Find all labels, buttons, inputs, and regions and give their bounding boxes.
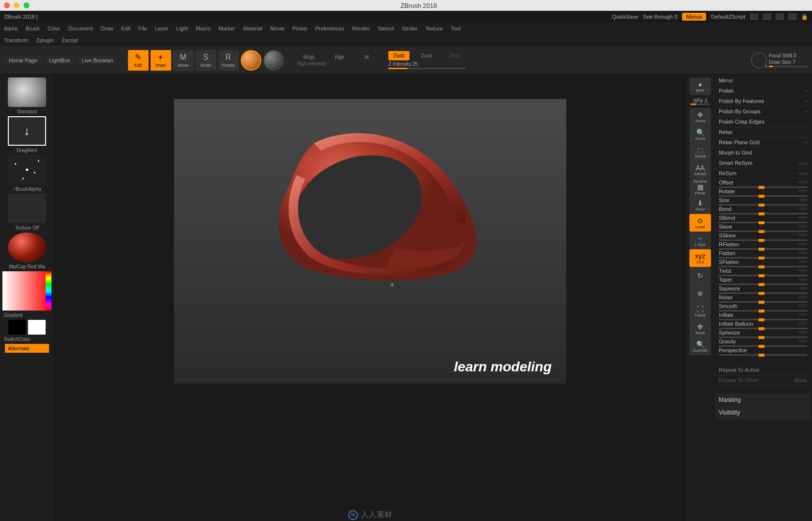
menu-light[interactable]: Light [176, 26, 188, 31]
polish-crisp-edges-item[interactable]: Polish Crisp Edges [715, 117, 811, 127]
draw-size-label[interactable]: Draw Size 7 [769, 59, 808, 65]
tool-button[interactable]: ↻ [689, 267, 711, 285]
twist-item[interactable]: Twistx y z [715, 267, 811, 276]
aahalf-button[interactable]: AAAAHalf [689, 161, 711, 179]
tool-button[interactable]: ⊕ [689, 285, 711, 302]
perspective-item[interactable]: Perspective [715, 346, 811, 355]
sbend-item[interactable]: SBendx y z [715, 214, 811, 223]
menu-alpha[interactable]: Alpha [4, 26, 18, 31]
menu-zscript[interactable]: Zscript [62, 37, 78, 43]
lightbox-button[interactable]: LightBox [44, 55, 75, 65]
inflate-balloon-item[interactable]: Inflate Balloonx y z [715, 320, 811, 329]
mirror-item[interactable]: Mirror [715, 76, 811, 86]
liveboolean-button[interactable]: Live Boolean [77, 55, 118, 65]
homepage-button[interactable]: Home Page [4, 55, 42, 65]
gizmo-3d-button[interactable] [241, 50, 261, 71]
brush-thumbnail[interactable] [8, 78, 46, 107]
menu-movie[interactable]: Movie [270, 26, 284, 31]
frame-button[interactable]: ⛶Frame [689, 302, 711, 320]
skew-item[interactable]: Skewx y z [715, 223, 811, 232]
zcut-mode[interactable]: Zcut [444, 53, 465, 58]
lock-icon[interactable]: 🔒 [801, 14, 808, 20]
menu-layer[interactable]: Layer [155, 26, 169, 31]
focal-shift-circle[interactable] [751, 52, 767, 68]
menu-texture[interactable]: Texture [425, 26, 443, 31]
menu-stroke[interactable]: Stroke [402, 26, 417, 31]
zoom-button[interactable]: 🔍Zoom [689, 126, 711, 143]
actual-button[interactable]: ⬚Actual [689, 143, 711, 161]
visibility-section[interactable]: Visibility [715, 406, 811, 419]
menu-stencil[interactable]: Stencil [378, 26, 394, 31]
bpr-button[interactable]: ●BPR [689, 78, 711, 95]
minimize-window-button[interactable] [14, 2, 20, 8]
hue-bar[interactable] [46, 271, 51, 311]
sculptris-button[interactable] [263, 50, 284, 71]
polish-item[interactable]: Polish [715, 86, 811, 96]
draw-tool[interactable]: +Draw [151, 50, 171, 71]
switchcolor-button[interactable]: SwitchColor [2, 337, 30, 342]
draw-size-track[interactable] [769, 66, 808, 67]
layout-icon-4[interactable] [788, 14, 796, 20]
edit-tool[interactable]: ✎Edit [128, 50, 149, 71]
close-window-button[interactable] [4, 2, 10, 8]
gradient-label[interactable]: Gradient [2, 313, 23, 318]
polish-by-features-item[interactable]: Polish By Features [715, 96, 811, 106]
masking-section[interactable]: Masking [715, 393, 811, 406]
layout-icon-1[interactable] [750, 14, 758, 20]
morph-to-grid-item[interactable]: Morph to Grid [715, 148, 811, 158]
rgb-mode[interactable]: Rgb [329, 54, 350, 60]
menu-macro[interactable]: Macro [196, 26, 211, 31]
alternate-button[interactable]: Alternate [5, 344, 49, 353]
menu-color[interactable]: Color [48, 26, 60, 31]
stroke-thumbnail[interactable]: ↓ [8, 116, 46, 146]
quicksave-button[interactable]: QuickSave [612, 14, 638, 20]
menu-draw[interactable]: Draw [101, 26, 113, 31]
m-mode[interactable]: M [359, 54, 375, 60]
polish-by-groups-item[interactable]: Polish By Groups [715, 106, 811, 117]
move-tool[interactable]: MMove [173, 50, 194, 71]
material-thumbnail[interactable] [8, 233, 46, 262]
noise-item[interactable]: Noisex y z [715, 293, 811, 302]
maximize-window-button[interactable] [24, 2, 29, 8]
spherize-item[interactable]: Spherizex y z [715, 329, 811, 338]
sskew-item[interactable]: SSkewx y z [715, 232, 811, 240]
floor-button[interactable]: ⬇Floor [689, 196, 711, 214]
spix-slider[interactable]: SPix 3 [690, 98, 710, 105]
smart-resym-item[interactable]: Smart ReSymx y z [715, 158, 811, 168]
offset-item[interactable]: Offsetx y z [715, 179, 811, 187]
scale-tool[interactable]: SScale [196, 50, 216, 71]
rotate-tool[interactable]: RRotate [218, 50, 239, 71]
seethrough-slider[interactable]: See-through 0 [643, 14, 678, 20]
canvas-area[interactable]: + learn modeling M 人人素材 [54, 75, 686, 521]
swatch-primary[interactable] [28, 320, 46, 335]
repeat-to-active-button[interactable]: Repeat To Active [715, 365, 811, 375]
color-picker[interactable] [2, 271, 51, 311]
focal-shift-label[interactable]: Focal Shift 0 [769, 53, 808, 58]
menu-document[interactable]: Document [68, 26, 93, 31]
mrgb-mode[interactable]: Mrgb [298, 54, 321, 60]
menu-preferences[interactable]: Preferences [315, 26, 344, 31]
rflatten-item[interactable]: RFlattenx y z [715, 240, 811, 249]
swatch-secondary[interactable] [8, 320, 26, 335]
texture-thumbnail[interactable] [8, 194, 46, 223]
z-intensity-track[interactable] [388, 68, 465, 69]
zscript-label[interactable]: DefaultZScript [711, 14, 745, 20]
bend-item[interactable]: Bendx y z [715, 205, 811, 214]
sflatten-item[interactable]: SFlattenx y z [715, 258, 811, 267]
smooth-item[interactable]: Smoothx y z [715, 302, 811, 311]
xyz-button[interactable]: xyzXYZ [689, 249, 711, 267]
alpha-thumbnail[interactable] [8, 155, 46, 184]
perspective-slider-track[interactable] [719, 354, 807, 356]
size-item[interactable]: Sizex y z [715, 196, 811, 205]
zadd-mode[interactable]: Zadd [388, 51, 409, 60]
menu-material[interactable]: Material [243, 26, 262, 31]
menu-transform[interactable]: Transform [4, 37, 28, 43]
rgb-intensity-label[interactable]: Rgb Intensity [298, 61, 375, 66]
repeat-to-other-button[interactable]: Repeat To OtherMask [715, 375, 811, 386]
menu-tool[interactable]: Tool [451, 26, 460, 31]
scroll-button[interactable]: ✥Scroll [689, 108, 711, 126]
viewport[interactable]: + learn modeling [174, 99, 566, 384]
relax-plane-grid-item[interactable]: Relax Plane Grid [715, 137, 811, 148]
menu-brush[interactable]: Brush [25, 26, 40, 31]
menu-file[interactable]: File [138, 26, 147, 31]
